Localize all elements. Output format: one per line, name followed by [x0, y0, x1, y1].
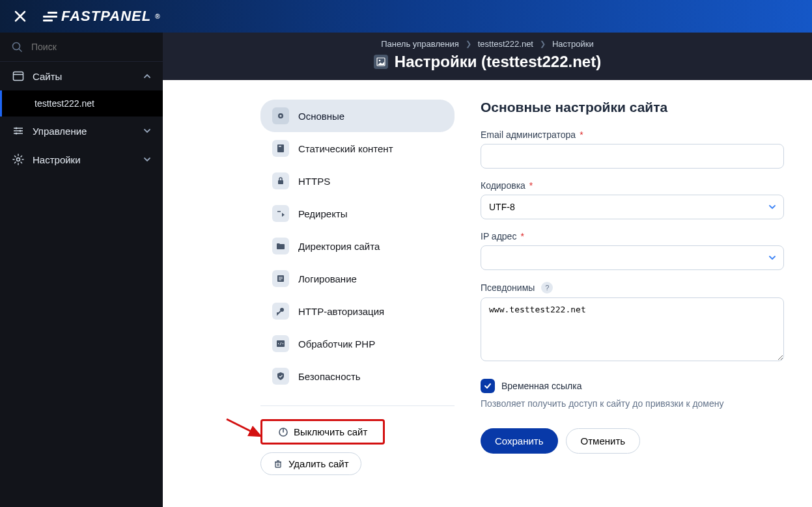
breadcrumb-site[interactable]: testtest222.net: [478, 39, 533, 49]
lock-icon: [272, 172, 289, 189]
svg-point-7: [379, 60, 381, 62]
save-button[interactable]: Сохранить: [481, 428, 558, 454]
main: Панель управления ❯ testtest222.net ❯ На…: [163, 33, 812, 507]
trash-icon: [273, 459, 283, 469]
nav-sites[interactable]: Сайты: [0, 62, 163, 90]
svg-rect-11: [279, 146, 281, 147]
breadcrumb-root[interactable]: Панель управления: [381, 39, 458, 49]
breadcrumb: Панель управления ❯ testtest222.net ❯ На…: [163, 39, 812, 49]
check-icon: [483, 381, 492, 391]
setnav-directory-label: Директория сайта: [298, 241, 380, 252]
svg-point-5: [17, 158, 20, 161]
app-header: FASTPANEL ®: [0, 0, 812, 33]
nav-management-label: Управление: [33, 126, 87, 137]
setnav-main-label: Основные: [298, 111, 344, 122]
delete-site-label: Удалить сайт: [288, 458, 349, 469]
svg-point-4: [16, 133, 18, 135]
setnav-https[interactable]: HTTPS: [260, 165, 455, 197]
svg-point-2: [16, 128, 18, 130]
setnav-security[interactable]: Безопасность: [260, 360, 455, 392]
nav-settings-label: Настройки: [33, 154, 81, 165]
encoding-label: Кодировка*: [481, 180, 784, 191]
setnav-redirects[interactable]: Редиректы: [260, 197, 455, 230]
templink-hint: Позволяет получить доступ к сайту до при…: [481, 398, 784, 409]
chevron-down-icon: [143, 127, 151, 135]
setnav-main[interactable]: Основные: [260, 100, 455, 132]
logo: FASTPANEL ®: [43, 8, 161, 25]
breadcrumb-sep: ❯: [540, 40, 546, 48]
ip-label: IP адрес*: [481, 231, 784, 241]
svg-rect-1: [14, 72, 23, 81]
search-icon: [12, 42, 22, 52]
svg-rect-10: [277, 144, 284, 152]
setnav-static[interactable]: Статический контент: [260, 132, 455, 165]
redirect-icon: [272, 205, 289, 222]
gear-icon: [12, 153, 25, 166]
page-title: Настройки (testtest222.net): [395, 53, 601, 71]
chevron-down-icon: [143, 156, 151, 163]
registered-mark: ®: [155, 13, 160, 20]
nav-site-item[interactable]: testtest222.net: [0, 90, 163, 116]
setnav-httpauth[interactable]: HTTP-авторизация: [260, 295, 455, 327]
ip-select[interactable]: [481, 245, 784, 270]
image-icon: [374, 55, 388, 69]
close-icon: [14, 10, 26, 22]
document-icon: [272, 140, 289, 157]
close-button[interactable]: [10, 7, 30, 26]
templink-checkbox[interactable]: [481, 379, 495, 393]
svg-point-3: [20, 130, 21, 132]
code-icon: [272, 335, 289, 352]
chevron-up-icon: [143, 72, 151, 80]
breadcrumb-sep: ❯: [466, 40, 471, 48]
email-field[interactable]: [481, 144, 784, 169]
nav-management[interactable]: Управление: [0, 116, 163, 145]
breadcrumb-leaf: Настройки: [552, 39, 594, 49]
svg-rect-12: [278, 180, 283, 184]
cancel-button[interactable]: Отменить: [566, 428, 641, 454]
nav-sites-label: Сайты: [33, 71, 62, 82]
setnav-logging-label: Логирование: [298, 273, 357, 284]
email-label: Email администратора*: [481, 130, 784, 140]
shield-icon: [272, 368, 289, 385]
topbar: Панель управления ❯ testtest222.net ❯ На…: [163, 33, 812, 80]
sliders-icon: [12, 124, 25, 137]
aliases-label: Псевдонимы ?: [481, 282, 784, 294]
encoding-select[interactable]: [481, 195, 784, 219]
help-icon[interactable]: ?: [541, 282, 553, 294]
nav-settings[interactable]: Настройки: [0, 145, 163, 174]
log-icon: [272, 270, 289, 287]
setnav-security-label: Безопасность: [298, 371, 361, 382]
setnav-https-label: HTTPS: [298, 176, 330, 187]
templink-label: Временная ссылка: [501, 381, 582, 391]
svg-point-9: [280, 115, 282, 117]
delete-site-button[interactable]: Удалить сайт: [260, 452, 361, 475]
setnav-php-label: Обработчик PHP: [298, 338, 375, 349]
search-input[interactable]: [31, 42, 151, 52]
aliases-textarea[interactable]: [481, 297, 784, 361]
setnav-logging[interactable]: Логирование: [260, 262, 455, 295]
form: Основные настройки сайта Email администр…: [455, 100, 787, 507]
setnav-redirects-label: Редиректы: [298, 208, 348, 219]
sidebar: Сайты testtest222.net Управление Настрой…: [0, 33, 163, 507]
logo-icon: [43, 12, 57, 21]
window-icon: [12, 70, 25, 83]
folder-icon: [272, 238, 289, 254]
setnav-php[interactable]: Обработчик PHP: [260, 327, 455, 360]
disable-site-label: Выключить сайт: [294, 426, 367, 437]
setnav-httpauth-label: HTTP-авторизация: [298, 306, 384, 317]
disable-site-button[interactable]: Выключить сайт: [260, 419, 385, 445]
sidebar-search[interactable]: [0, 33, 163, 62]
setnav-static-label: Статический контент: [298, 143, 393, 154]
divider: [260, 405, 455, 406]
brand-name: FASTPANEL: [61, 8, 151, 25]
settings-nav: Основные Статический контент HTTPS: [260, 100, 455, 392]
gear-icon: [272, 107, 289, 124]
setnav-directory[interactable]: Директория сайта: [260, 230, 455, 262]
svg-rect-17: [275, 462, 281, 467]
key-icon: [272, 303, 289, 320]
nav-site-label: testtest222.net: [35, 98, 94, 109]
form-title: Основные настройки сайта: [481, 100, 784, 115]
power-icon: [278, 427, 288, 437]
